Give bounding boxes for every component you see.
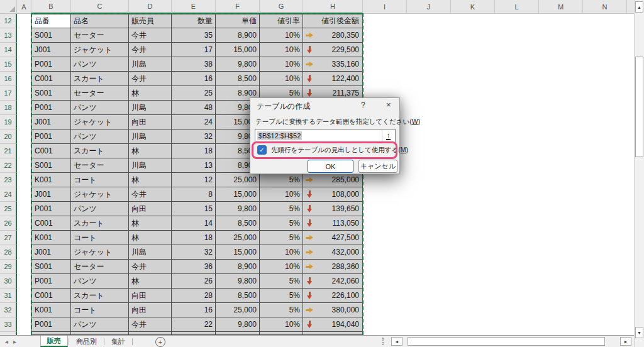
column-header-E[interactable]: E xyxy=(172,0,216,14)
row-header-29[interactable]: 29 xyxy=(0,260,17,274)
select-all-corner[interactable] xyxy=(0,0,17,14)
row-header-25[interactable]: 25 xyxy=(0,202,17,216)
cell[interactable]: 108,000 xyxy=(303,187,363,202)
horizontal-scrollbar-thumb[interactable] xyxy=(408,337,605,346)
cell[interactable]: 194,040 xyxy=(303,317,363,332)
cell[interactable]: セーター xyxy=(71,158,129,173)
cell[interactable]: J001 xyxy=(31,115,71,129)
cell[interactable]: 432,000 xyxy=(303,245,363,260)
cell[interactable]: 8 xyxy=(172,187,216,202)
hscroll-left-button[interactable]: ◄ xyxy=(391,337,402,346)
cell[interactable]: セーター xyxy=(71,260,129,274)
cell[interactable]: 380,000 xyxy=(303,303,363,317)
cell[interactable]: 24 xyxy=(172,115,216,129)
cell[interactable]: 林 xyxy=(129,86,172,101)
cell[interactable]: 林 xyxy=(129,216,172,231)
row-header-15[interactable]: 15 xyxy=(0,57,17,72)
cell[interactable]: 10% xyxy=(260,43,303,57)
column-header-K[interactable]: K xyxy=(451,0,495,14)
cell[interactable]: 5% xyxy=(260,202,303,216)
cell[interactable]: P001 xyxy=(31,274,71,289)
cell[interactable]: S001 xyxy=(31,158,71,173)
cell[interactable]: P001 xyxy=(31,129,71,144)
cell[interactable]: 今井 xyxy=(129,317,172,332)
cell[interactable]: 335,160 xyxy=(303,57,363,72)
cell[interactable]: パンツ xyxy=(71,274,129,289)
cell[interactable]: 10% xyxy=(260,260,303,274)
cell[interactable]: 288,360 xyxy=(303,260,363,274)
cell[interactable]: K001 xyxy=(31,303,71,317)
cell[interactable]: 32 xyxy=(172,129,216,144)
row-header-26[interactable]: 26 xyxy=(0,216,17,231)
row-header-13[interactable]: 13 xyxy=(0,28,17,43)
cell[interactable]: 10% xyxy=(260,72,303,86)
cell[interactable]: 川島 xyxy=(129,57,172,72)
help-icon[interactable]: ? xyxy=(361,101,365,109)
cell[interactable]: 427,500 xyxy=(303,231,363,245)
cell[interactable]: 品番 xyxy=(31,14,71,28)
cell[interactable]: 数量 xyxy=(172,14,216,28)
cell[interactable]: 10% xyxy=(260,57,303,72)
cell[interactable]: 280,350 xyxy=(303,28,363,43)
cell[interactable]: P001 xyxy=(31,57,71,72)
cell[interactable]: 5% xyxy=(260,216,303,231)
row-header-19[interactable]: 19 xyxy=(0,115,17,129)
cell[interactable]: 5% xyxy=(260,303,303,317)
cell[interactable]: セーター xyxy=(71,86,129,101)
cell[interactable]: 229,500 xyxy=(303,43,363,57)
range-picker-button[interactable]: ↑ xyxy=(382,130,394,141)
cell[interactable]: 9,800 xyxy=(216,274,260,289)
cell[interactable]: 25,000 xyxy=(216,173,260,187)
cell[interactable]: C001 xyxy=(31,216,71,231)
cell[interactable]: 15 xyxy=(172,202,216,216)
cell[interactable]: 13 xyxy=(172,158,216,173)
cell[interactable]: 販売員 xyxy=(129,14,172,28)
cell[interactable]: 向田 xyxy=(129,303,172,317)
scroll-down-button[interactable]: ▼ xyxy=(635,327,643,338)
cell[interactable]: C001 xyxy=(31,289,71,303)
cell[interactable]: 16 xyxy=(172,72,216,86)
column-header-B[interactable]: B xyxy=(31,0,71,14)
cell[interactable]: 林 xyxy=(129,173,172,187)
cell[interactable]: 25 xyxy=(172,86,216,101)
cell[interactable]: 226,100 xyxy=(303,289,363,303)
cell[interactable]: スカート xyxy=(71,144,129,158)
cell[interactable]: ジャケット xyxy=(71,187,129,202)
column-header-D[interactable]: D xyxy=(129,0,172,14)
cell[interactable]: 28 xyxy=(172,289,216,303)
cell[interactable]: 今井 xyxy=(129,187,172,202)
cell[interactable]: 単価 xyxy=(216,14,260,28)
sheet-nav-right-icon[interactable]: ▸ xyxy=(13,338,16,345)
ok-button[interactable]: OK xyxy=(308,160,353,173)
cell[interactable]: 139,650 xyxy=(303,202,363,216)
cell[interactable]: K001 xyxy=(31,231,71,245)
cell[interactable]: 川島 xyxy=(129,158,172,173)
cell[interactable]: 10% xyxy=(260,187,303,202)
cell[interactable]: 10% xyxy=(260,245,303,260)
cell[interactable]: パンツ xyxy=(71,317,129,332)
cell[interactable]: セーター xyxy=(71,28,129,43)
row-header-16[interactable]: 16 xyxy=(0,72,17,86)
cell[interactable]: 5% xyxy=(260,274,303,289)
cell[interactable]: 向田 xyxy=(129,202,172,216)
cell[interactable]: 林 xyxy=(129,231,172,245)
cell[interactable]: 36 xyxy=(172,260,216,274)
row-header-30[interactable]: 30 xyxy=(0,274,17,289)
cell[interactable]: 38 xyxy=(172,57,216,72)
sheet-tab-hanbai[interactable]: 販売 xyxy=(40,336,68,347)
cell[interactable]: 15,000 xyxy=(216,245,260,260)
cell[interactable]: 今井 xyxy=(129,72,172,86)
header-row-checkbox-label[interactable]: 先頭行をテーブルの見出しとして使用する(M) xyxy=(271,146,408,155)
cell[interactable]: 林 xyxy=(129,144,172,158)
cell[interactable]: 12 xyxy=(172,173,216,187)
cell[interactable]: P001 xyxy=(31,202,71,216)
cell[interactable]: 9,800 xyxy=(216,202,260,216)
range-input[interactable]: $B$12:$H$52 ↑ xyxy=(255,129,396,143)
cell[interactable]: 15,000 xyxy=(216,187,260,202)
column-header-A[interactable]: A xyxy=(17,0,31,14)
row-header-20[interactable]: 20 xyxy=(0,129,17,144)
cell[interactable]: コート xyxy=(71,173,129,187)
column-header-G[interactable]: G xyxy=(260,0,303,14)
tab-scroll-splitter[interactable] xyxy=(382,338,384,345)
column-header-H[interactable]: H xyxy=(303,0,363,14)
